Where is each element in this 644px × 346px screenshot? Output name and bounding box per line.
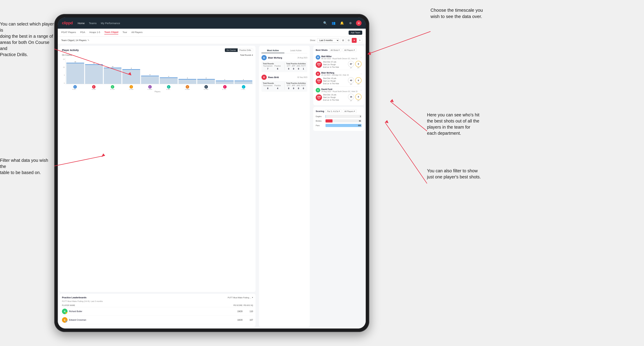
list-view-btn[interactable]: ⊟: [346, 38, 351, 43]
least-active-tab[interactable]: Least Active: [284, 48, 307, 53]
total-practice-label: Total Practice Activities: [286, 82, 306, 84]
shot-metrics: 43 yds 0 yds: [348, 77, 362, 85]
end-lie: End Lie: In The Hole: [323, 82, 347, 85]
plus-circle-icon[interactable]: ⊕: [348, 20, 353, 26]
right-panel: Best Shots All Shots ▾ All Players ▾ M M…: [312, 44, 366, 329]
scoring-players-filter[interactable]: All Players ▾: [343, 109, 357, 113]
y-label-5: 5: [62, 74, 65, 76]
leaderboard-row: E 2 Edward Crossman 18/20 107: [62, 316, 253, 324]
tab-pga[interactable]: PGA: [80, 31, 85, 34]
metric-yds2: 0: [355, 61, 362, 67]
practice-drills-toggle[interactable]: Practice Drills: [238, 48, 253, 52]
player-name: Richard Butler: [69, 310, 82, 313]
sg-label: SG: [318, 65, 320, 66]
scoring-bars: Eagles 3 Birdies 96 Pars 499: [316, 115, 362, 127]
total-rounds-dropdown[interactable]: Total Rounds ▾: [240, 54, 253, 56]
activity-card-title: Player Activity: [62, 49, 79, 51]
nav-logo: clippd: [62, 21, 73, 25]
shot-player-avatar: B: [316, 71, 320, 76]
edit-icon[interactable]: ✎: [88, 39, 90, 42]
toolbar: Team Clippd | 14 Players ✎ Show: Last 3 …: [58, 37, 366, 44]
main-content: Player Activity On Course Practice Drill…: [58, 44, 366, 329]
tab-pgat-players[interactable]: PGAT Players: [61, 31, 76, 34]
on-course-toggle[interactable]: On Course: [225, 48, 238, 52]
shot-player-detail: 23 Jul 2023 · Ashridge GC, Hole 15: [321, 74, 360, 76]
bar-avatar-group: E E. Ebert: [141, 85, 159, 90]
bar-group: 13: [66, 61, 84, 84]
shot-badge: 200 SG: [316, 78, 322, 84]
bar-group: 2: [234, 79, 252, 84]
best-shots-header: Best Shots All Shots ▾ All Players ▾: [316, 48, 362, 52]
end-lie: End Lie: In The Hole: [323, 66, 347, 68]
shot-player-header[interactable]: B Blair McHarg 23 Jul 2023 · Ashridge GC…: [316, 71, 362, 76]
grid-view-btn[interactable]: ⊞: [340, 38, 346, 43]
y-axis: 15 10 5 0: [62, 58, 66, 84]
putt-val: 0: [301, 87, 306, 90]
add-team-button[interactable]: Add Team: [348, 30, 362, 35]
shot-player-info: Blair McHarg 23 Jul 2023 · Ashridge GC, …: [321, 72, 360, 76]
putt-label: PUTT: [301, 85, 306, 86]
app-label: APP: [291, 85, 296, 86]
rounds-header: Tournament Practice: [263, 85, 282, 86]
heart-view-btn[interactable]: ♥: [352, 38, 357, 43]
most-active-tab[interactable]: Most Active: [262, 48, 284, 53]
all-players-filter[interactable]: All Players ▾: [343, 48, 356, 52]
chevron-down-icon: ▾: [354, 49, 355, 51]
player-activity-card: Player Activity On Course Practice Drill…: [60, 46, 256, 292]
practice-title: Practice Leaderboards: [62, 296, 86, 299]
svg-marker-9: [385, 120, 388, 123]
annotation-bottom-right-1: Here you can see who's hitthe best shots…: [427, 112, 479, 136]
metric-yds1-group: 67 yds: [348, 61, 354, 68]
scoring-header: Scoring Par 3, 4 & 5s ▾ All Players ▾: [316, 109, 362, 113]
activity-date: 26 Aug 2023: [298, 57, 307, 59]
nav-link-home[interactable]: Home: [78, 22, 85, 25]
sub-nav: PGAT Players PGA Hcaps 1-5 Team Clippd T…: [58, 29, 366, 37]
shot-dist: Shot Dist: 67 yds: [323, 61, 347, 63]
bell-icon[interactable]: 🔔: [339, 20, 345, 26]
team-name-label: Team Clippd | 14 Players ✎: [61, 39, 90, 42]
par-filter[interactable]: Par 3, 4 & 5s ▾: [326, 109, 342, 113]
avatar[interactable]: U: [356, 20, 362, 26]
shot-entries: M Matt Miller 09 Jun 2023 · Royal North …: [316, 54, 362, 103]
practice-filter-dropdown[interactable]: PUTT Must Make Putting ... ▾: [228, 296, 253, 299]
tournament-val: 8: [263, 87, 273, 90]
gtt-val: 0: [286, 87, 291, 90]
activity-section-row: On Course Total Rounds ▾: [62, 54, 253, 56]
best-shots-card: Best Shots All Shots ▾ All Players ▾ M M…: [313, 46, 364, 105]
nav-link-performance[interactable]: My Performance: [101, 22, 120, 25]
shot-badge: 200 SG: [316, 61, 322, 68]
practice-val: 4: [273, 87, 282, 90]
menu-view-btn[interactable]: ≡: [357, 38, 362, 43]
yds-label: yds: [350, 67, 352, 68]
tab-team-clippd[interactable]: Team Clippd: [104, 31, 118, 34]
timescale-select[interactable]: Last 3 months: [317, 38, 339, 42]
practice-subtitle: PUTT Must Make Putting (3-6 ft). Last 3 …: [62, 300, 253, 302]
activity-name: Blair McHarg: [268, 56, 296, 59]
gtt-label: GTT: [286, 85, 291, 86]
pb-score: 19/20: [232, 310, 242, 313]
activity-entry-header: B Blair McHarg 26 Aug 2023: [262, 55, 307, 60]
users-icon[interactable]: 👥: [331, 20, 336, 26]
start-lie: Start Lie: Rough: [323, 63, 347, 66]
shot-player-header[interactable]: D David Ford 24 Aug 2023 · Royal North D…: [316, 88, 362, 92]
scoring-bar-fill: [326, 124, 362, 127]
activity-avatar: R: [262, 75, 267, 80]
tab-hcaps[interactable]: Hcaps 1-5: [90, 31, 100, 34]
all-shots-filter[interactable]: All Shots ▾: [329, 48, 341, 52]
shot-player-avatar: D: [316, 88, 320, 92]
tab-tour[interactable]: Tour: [122, 31, 127, 34]
rounds-section: Total Rounds Tournament Practice 7 6: [263, 63, 282, 70]
nav-icons: 🔍 👥 🔔 ⊕ U: [322, 20, 362, 26]
shot-details: Shot Dist: 16 yds Start Lie: Rough End L…: [323, 93, 347, 101]
nav-links: Home Teams My Performance: [78, 22, 318, 25]
shot-metrics: 16 yds 0 yds: [348, 94, 362, 101]
col-pb-score: PB SCORE: [232, 304, 242, 306]
tab-all-players[interactable]: All Players: [132, 31, 142, 34]
yds2-label: yds: [358, 100, 360, 101]
search-icon[interactable]: 🔍: [322, 20, 328, 26]
yds-label: yds: [350, 84, 352, 85]
col-pb-avg: PB AVG SQ: [242, 304, 253, 306]
scoring-bar-wrap: 96: [326, 119, 362, 123]
shot-player-header[interactable]: M Matt Miller 09 Jun 2023 · Royal North …: [316, 55, 362, 60]
nav-link-teams[interactable]: Teams: [89, 22, 96, 25]
